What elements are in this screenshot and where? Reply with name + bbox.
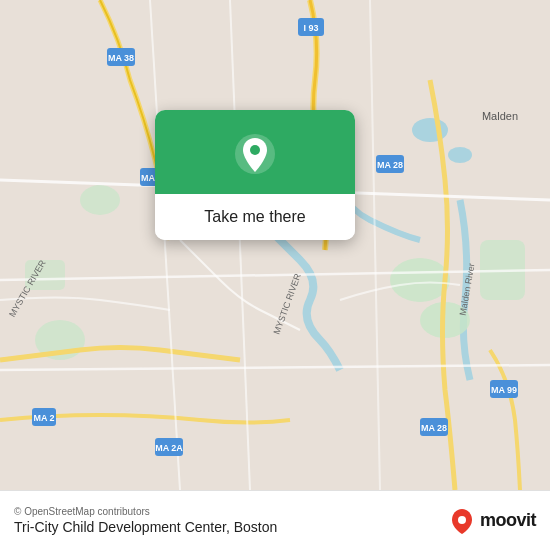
location-title: Tri-City Child Development Center, Bosto… [14, 519, 277, 535]
svg-text:MA 2A: MA 2A [155, 443, 183, 453]
svg-point-3 [390, 258, 450, 302]
map-container: I 93 MA 38 MA 38 MA 28 MA 28 MA 2 MA 2A … [0, 0, 550, 490]
svg-point-2 [448, 147, 472, 163]
svg-point-37 [458, 516, 466, 524]
moovit-brand-text: moovit [480, 510, 536, 531]
action-card: Take me there [155, 110, 355, 240]
svg-text:MA 28: MA 28 [377, 160, 403, 170]
svg-point-6 [80, 185, 120, 215]
moovit-pin-icon [448, 507, 476, 535]
bottom-bar: © OpenStreetMap contributors Tri-City Ch… [0, 490, 550, 550]
svg-text:Malden: Malden [482, 110, 518, 122]
svg-point-1 [412, 118, 448, 142]
moovit-logo: moovit [448, 507, 536, 535]
svg-point-36 [250, 145, 260, 155]
card-header [155, 110, 355, 194]
svg-text:MA 99: MA 99 [491, 385, 517, 395]
attribution-text: © OpenStreetMap contributors [14, 506, 277, 517]
svg-text:MA 2: MA 2 [33, 413, 54, 423]
svg-text:MA 38: MA 38 [108, 53, 134, 63]
svg-text:MA 28: MA 28 [421, 423, 447, 433]
bottom-info: © OpenStreetMap contributors Tri-City Ch… [14, 506, 277, 535]
svg-text:I 93: I 93 [303, 23, 318, 33]
location-pin-icon [233, 132, 277, 176]
take-me-there-button[interactable]: Take me there [155, 194, 355, 240]
